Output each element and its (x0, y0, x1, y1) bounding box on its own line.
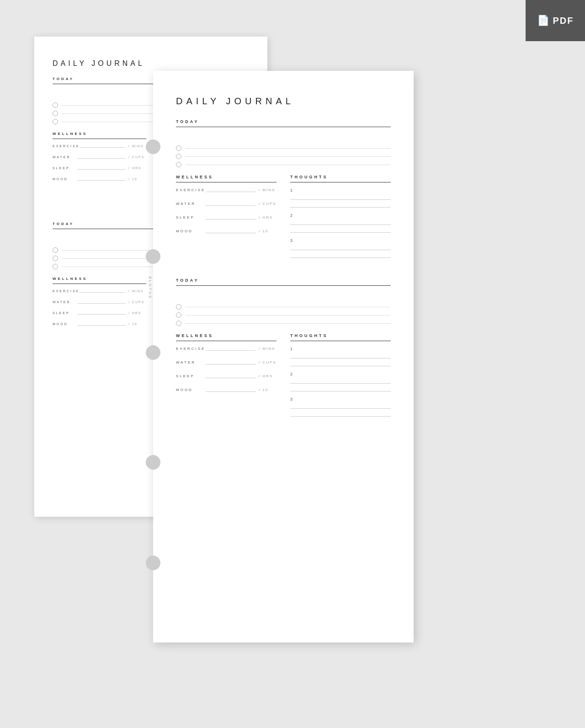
front-wellness-col-2: WELLNESS EXERCISE / MINS WATER / CUPS SL… (176, 333, 277, 422)
front-thought-line-2a[interactable] (290, 219, 391, 225)
back-exercise-row-2: EXERCISE / MINS (53, 289, 146, 294)
front-thought2-line-3a[interactable] (290, 403, 391, 409)
front-sleep-label-1: SLEEP (176, 215, 206, 221)
back-circle-1c[interactable] (53, 119, 58, 124)
back-sleep-label-2: SLEEP (53, 311, 78, 316)
front-thoughts-label-2: THOUGHTS (290, 333, 391, 338)
back-exercise-unit-1: / MINS (126, 145, 146, 149)
front-page: DAILY JOURNAL TODAY WELLNESS (153, 71, 414, 642)
front-circle-1b[interactable] (176, 154, 181, 159)
front-sleep-line-2[interactable] (206, 378, 256, 378)
circle-marker-1 (146, 139, 160, 154)
front-date-line-2[interactable] (176, 291, 391, 300)
back-exercise-line-1[interactable] (80, 147, 126, 148)
front-today-label-1: TODAY (176, 119, 391, 124)
front-exercise-label-2: EXERCISE (176, 347, 206, 352)
front-thought-line-3b[interactable] (290, 252, 391, 258)
back-water-line-1[interactable] (78, 158, 126, 159)
front-thought2-line-3b[interactable] (290, 411, 391, 417)
back-circle-2b[interactable] (53, 256, 58, 261)
front-water-line-1[interactable] (206, 205, 256, 206)
back-circle-1a[interactable] (53, 102, 58, 108)
pdf-badge[interactable]: 📄 PDF (526, 0, 585, 41)
front-thought2-item-3: 3 (290, 397, 391, 417)
front-water-label-2: WATER (176, 360, 206, 366)
front-checkbox-2b (176, 312, 391, 318)
front-checkbox-2c (176, 321, 391, 326)
front-thought2-line-2a[interactable] (290, 378, 391, 384)
back-sleep-line-2[interactable] (78, 314, 126, 315)
back-exercise-unit-2: / MINS (126, 289, 146, 294)
back-exercise-line-2[interactable] (80, 292, 126, 293)
front-check-line-1c (185, 165, 391, 165)
front-mood-line-2[interactable] (206, 391, 256, 392)
back-mood-line-1[interactable] (78, 180, 126, 181)
back-wellness-label-2: WELLNESS (53, 277, 146, 281)
front-wellness-thoughts-1: WELLNESS EXERCISE / MINS WATER / CUPS SL… (176, 175, 391, 263)
back-mood-line-2[interactable] (78, 325, 126, 326)
front-thoughts-col-1: THOUGHTS 1 2 3 (290, 175, 391, 263)
front-today-label-2: TODAY (176, 278, 391, 283)
back-sleep-line-1[interactable] (78, 169, 126, 170)
front-today-block-1: TODAY (176, 119, 391, 167)
front-mood-label-1: MOOD (176, 229, 206, 235)
front-thought2-item-1: 1 (290, 347, 391, 366)
front-exercise-line-1[interactable] (206, 192, 256, 192)
front-circle-1c[interactable] (176, 162, 181, 167)
front-circle-2c[interactable] (176, 321, 181, 326)
back-water-row-1: WATER / CUPS (53, 155, 146, 160)
front-thought-line-2b[interactable] (290, 227, 391, 233)
front-sleep-line-1[interactable] (206, 219, 256, 219)
front-wellness-label-1: WELLNESS (176, 175, 277, 179)
back-exercise-row-1: EXERCISE / MINS (53, 145, 146, 149)
back-sleep-row-2: SLEEP / HRS (53, 311, 146, 316)
front-water-line-2[interactable] (206, 364, 256, 364)
blotus-label: BLOTUS (148, 277, 152, 300)
front-exercise-row-1: EXERCISE / MINS (176, 188, 277, 193)
front-thought2-line-1b[interactable] (290, 361, 391, 366)
back-wellness-label-1: WELLNESS (53, 132, 146, 136)
front-exercise-line-2[interactable] (206, 350, 256, 351)
back-page-title: DAILY JOURNAL (53, 59, 249, 68)
back-circle-2a[interactable] (53, 247, 58, 253)
circle-marker-4 (146, 455, 160, 470)
front-check-line-2c (185, 323, 391, 324)
front-page-title: DAILY JOURNAL (176, 96, 391, 107)
back-water-label-1: WATER (53, 155, 78, 160)
back-mood-label-1: MOOD (53, 177, 78, 182)
front-thought2-num-1: 1 (290, 347, 391, 351)
back-sleep-label-1: SLEEP (53, 166, 78, 171)
front-water-row-2: WATER / CUPS (176, 360, 277, 366)
front-mood-row-1: MOOD / 10 (176, 229, 277, 235)
back-circle-1b[interactable] (53, 111, 58, 116)
front-circle-2b[interactable] (176, 312, 181, 318)
front-checkbox-1b (176, 154, 391, 159)
back-wellness-col-2: WELLNESS EXERCISE / MINS WATER / CUPS SL… (53, 277, 146, 357)
front-checkbox-1c (176, 162, 391, 167)
front-thought-line-3a[interactable] (290, 245, 391, 250)
back-water-row-2: WATER / CUPS (53, 300, 146, 305)
front-thought-item-2: 2 (290, 213, 391, 233)
front-section-1: TODAY WELLNESS EXERCISE (176, 119, 391, 263)
back-water-line-2[interactable] (78, 303, 126, 304)
front-water-unit-1: / CUPS (256, 202, 277, 207)
front-sleep-row-2: SLEEP / HRS (176, 374, 277, 380)
front-date-line-1[interactable] (176, 133, 391, 142)
back-circle-2c[interactable] (53, 264, 58, 269)
front-water-row-1: WATER / CUPS (176, 202, 277, 207)
front-thought2-line-1a[interactable] (290, 353, 391, 359)
back-wellness-col-1: WELLNESS EXERCISE / MINS WATER / CUPS SL… (53, 132, 146, 212)
front-check-line-2b (185, 315, 391, 316)
front-mood-line-1[interactable] (206, 233, 256, 233)
front-thoughts-label-1: THOUGHTS (290, 175, 391, 179)
front-thought-line-1a[interactable] (290, 194, 391, 200)
back-sleep-row-1: SLEEP / HRS (53, 166, 146, 171)
front-sleep-label-2: SLEEP (176, 374, 206, 380)
front-thought-line-1b[interactable] (290, 202, 391, 208)
front-circle-2a[interactable] (176, 304, 181, 310)
front-sleep-unit-1: / HRS (256, 215, 277, 221)
front-thought-item-1: 1 (290, 188, 391, 208)
front-circle-1a[interactable] (176, 145, 181, 151)
front-thought2-line-2b[interactable] (290, 386, 391, 391)
front-sleep-row-1: SLEEP / HRS (176, 215, 277, 221)
